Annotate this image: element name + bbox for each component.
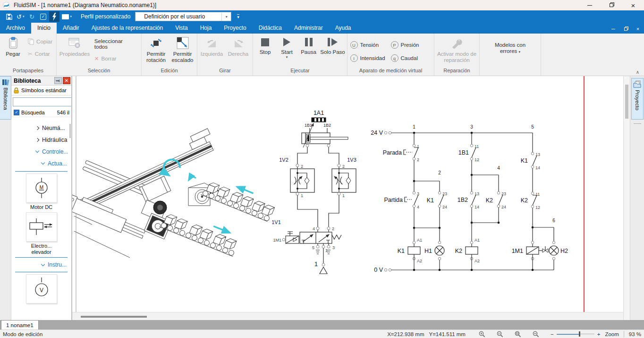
tree-item-neumatica[interactable]: Neumá...	[11, 122, 71, 134]
vertical-scrollbar[interactable]	[623, 76, 630, 320]
contact-parada[interactable]: 1 Parada 2	[383, 144, 419, 162]
contact-k1-no[interactable]: 13 K1 14	[521, 152, 540, 170]
error-models-button[interactable]: Modelos con errores ▾	[490, 35, 531, 67]
lamp-h2[interactable]: H2	[549, 241, 568, 260]
cut-button[interactable]: ✂ Cortar	[25, 50, 55, 58]
contact-1b1[interactable]: 11 1B1 12	[458, 144, 479, 162]
electrical-circuit[interactable]: 24 V 0 V 1 3 5 2 4 6	[371, 124, 568, 273]
coil-k2[interactable]: A1 K2 A2	[455, 238, 480, 263]
copy-button[interactable]: Copiar	[25, 37, 55, 46]
motor-rotation-arrow	[189, 177, 196, 179]
flow-control-valve-1v3[interactable]: 2 1	[332, 164, 356, 198]
tree-item-instrumentos[interactable]: Instru...	[11, 260, 71, 270]
tab-archivo[interactable]: Archivo	[0, 23, 31, 34]
contact-partida[interactable]: 3 Partida 4	[384, 191, 419, 209]
group-label: Selección	[58, 68, 140, 76]
zoom-out-label[interactable]: −	[551, 331, 554, 337]
delete-button[interactable]: ✕ Borrar	[92, 54, 140, 63]
close-button[interactable]: ×	[622, 0, 644, 10]
undo-button[interactable]: ↺▾	[15, 11, 25, 22]
stop-button[interactable]: Stop	[254, 35, 276, 67]
measuring-scale[interactable]	[312, 118, 326, 122]
tab-vista[interactable]: Vista	[169, 23, 194, 34]
qat-customize-icon[interactable]: ▾	[237, 14, 239, 19]
collapse-ribbon-button[interactable]: ∧	[636, 69, 639, 75]
contact-k2-aux[interactable]: 23 K2 24	[486, 191, 506, 209]
start-button[interactable]: Start ▾	[276, 35, 298, 67]
sidebar-tab-biblioteca[interactable]: Biblioteca	[0, 76, 11, 120]
tab-ajustes[interactable]: Ajustes de la representación	[85, 23, 169, 34]
directional-valve-1v1[interactable]: 4 2	[273, 226, 341, 254]
horizontal-scroll-thumb[interactable]	[81, 316, 147, 318]
tree-item-hidraulica[interactable]: Hidráulica	[11, 134, 71, 146]
group-label: Girar	[198, 68, 252, 76]
tree-item-actuadores[interactable]: Actua...	[11, 157, 71, 169]
maximize-button[interactable]	[601, 0, 622, 10]
document-tab[interactable]: 1 noname1	[1, 320, 39, 329]
port-label: 4	[313, 226, 315, 231]
simulation-mode-button[interactable]	[49, 11, 59, 22]
search-checkbox[interactable]: ✓	[14, 110, 19, 115]
flow-meter-button[interactable]: qCaudal	[391, 54, 432, 62]
doc-restore-button[interactable]	[619, 24, 632, 34]
zoom-selection-icon[interactable]	[515, 331, 521, 338]
zoom-slider[interactable]: − +	[551, 331, 600, 337]
search-input[interactable]	[13, 97, 72, 106]
contact-k1-aux[interactable]: 23 K1 24	[427, 191, 447, 209]
coil-1m1[interactable]: 1M1	[512, 241, 548, 260]
color-picker-button[interactable]: ▾	[60, 11, 73, 22]
symbol-card-voltmeter[interactable]: V	[26, 274, 57, 303]
repair-mode-button[interactable]: Activar modo de reparación	[436, 35, 478, 67]
rotate-left-button[interactable]: Izquierda	[199, 35, 225, 67]
books-icon	[2, 78, 9, 86]
doc-minimize-button[interactable]	[607, 24, 619, 34]
grid-toggle-button[interactable]: ✓	[38, 11, 48, 22]
zoom-slider-thumb[interactable]	[579, 331, 580, 337]
tab-didactica[interactable]: Didáctica	[253, 23, 288, 34]
vertical-scroll-thumb[interactable]	[625, 85, 628, 119]
minimize-button[interactable]	[579, 0, 601, 10]
tab-anadir[interactable]: Añadir	[57, 23, 85, 34]
zoom-in-label[interactable]: +	[597, 331, 601, 337]
pause-button[interactable]: Pausa	[298, 35, 320, 67]
sidebar-tab-proyecto[interactable]: Proyecto	[631, 78, 644, 120]
contact-k2-nc[interactable]: 11 K2 12	[521, 192, 540, 210]
save-button[interactable]	[4, 11, 14, 22]
zoom-fit-icon[interactable]	[533, 331, 539, 338]
symbol-card-motor-dc[interactable]: M	[26, 173, 57, 203]
flow-control-valve-1v2[interactable]: 2 1	[290, 164, 314, 198]
tree-scrollbar[interactable]	[69, 124, 71, 138]
current-meter-button[interactable]: IIntensidad	[350, 54, 391, 62]
rotate-right-button[interactable]: Derecha	[225, 35, 252, 67]
zoom-original-icon[interactable]	[497, 331, 503, 338]
tab-hoja[interactable]: Hoja	[194, 23, 218, 34]
single-step-button[interactable]: Solo Paso	[320, 35, 346, 67]
air-source[interactable]: 1	[314, 261, 327, 274]
allow-scaling-button[interactable]: Permitir escalado	[169, 35, 196, 67]
paste-button[interactable]: Pegar	[1, 35, 25, 67]
allow-rotation-button[interactable]: Permitir rotación	[143, 35, 169, 67]
select-all-button[interactable]: Seleccionar todos	[92, 37, 140, 51]
coil-k1[interactable]: A1 K1 A2	[398, 238, 422, 263]
symbol-card-electro[interactable]	[26, 212, 57, 242]
drawing-canvas[interactable]: 1A1 1B1 1B2	[72, 76, 623, 320]
voltage-meter-button[interactable]: UTensión	[350, 41, 391, 49]
pin-button[interactable]	[54, 77, 62, 84]
tab-proyecto[interactable]: Proyecto	[218, 23, 252, 34]
properties-button[interactable]: Propiedades	[58, 35, 92, 67]
horizontal-scrollbar[interactable]	[72, 312, 623, 320]
tab-inicio[interactable]: Inicio	[31, 23, 57, 34]
pneumatic-circuit[interactable]: 1A1 1B1 1B2	[271, 110, 356, 274]
tab-administrar[interactable]: Administrar	[288, 23, 329, 34]
doc-close-button[interactable]: ×	[632, 24, 644, 34]
contact-1b2[interactable]: 13 1B2 14	[458, 191, 479, 209]
checkbox-icon: ✓	[40, 14, 46, 20]
library-close-button[interactable]: ✕	[63, 77, 70, 84]
lamp-h1[interactable]: H1	[424, 241, 444, 260]
tree-item-controle[interactable]: Controle...	[11, 146, 71, 157]
redo-button[interactable]: ↻	[26, 11, 37, 22]
pressure-meter-button[interactable]: PPresión	[391, 41, 432, 49]
profile-combobox[interactable]: Definición por el usuario ▾	[135, 12, 231, 21]
zoom-in-icon[interactable]	[479, 331, 485, 338]
tab-ayuda[interactable]: Ayuda	[329, 23, 357, 34]
